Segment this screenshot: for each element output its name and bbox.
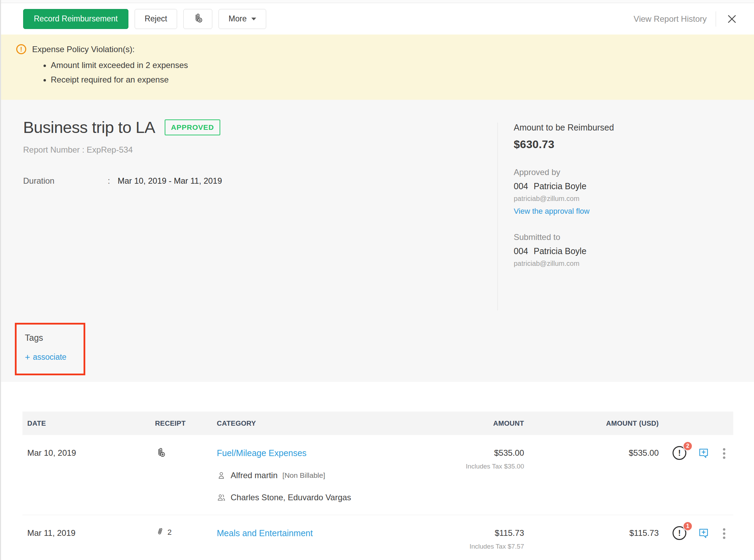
view-report-history-link[interactable]: View Report History [634, 14, 707, 24]
people-icon [217, 493, 226, 502]
attendee-row: Alfred martin [Non Billable] [217, 471, 405, 480]
approved-by-name: 004Patricia Boyle [514, 181, 754, 191]
reimbursement-amount: $630.73 [514, 138, 754, 151]
expense-amount: $115.73 [405, 528, 524, 538]
paperclip-plus-icon [192, 12, 203, 26]
attendee-billable-tag: [Non Billable] [282, 471, 325, 480]
record-reimbursement-button[interactable]: Record Reimbursement [23, 9, 128, 29]
plus-icon: + [25, 352, 30, 363]
tax-note: Includes Tax $7.57 [405, 543, 524, 550]
person-icon [217, 471, 226, 480]
duration-colon: : [108, 176, 110, 186]
category-cell: Fuel/Mileage Expenses Alfred martin [Non… [212, 448, 405, 502]
associate-tag-link[interactable]: + associate [25, 352, 77, 363]
record-reimbursement-label: Record Reimbursement [34, 14, 118, 23]
expense-date: Mar 11, 2019 [22, 528, 155, 538]
violation-count-badge: 2 [683, 441, 693, 451]
violation-warning-icon[interactable]: ! 1 [673, 526, 686, 540]
receipt-cell [155, 447, 212, 459]
duration-row: Duration : Mar 10, 2019 - Mar 11, 2019 [23, 176, 222, 186]
comment-plus-icon [697, 527, 710, 539]
expense-category-link[interactable]: Fuel/Mileage Expenses [217, 448, 307, 458]
table-row: Mar 11, 2019 2 Meals and Entertainment $… [22, 515, 733, 560]
receipt-cell: 2 [155, 527, 212, 538]
column-header-category: CATEGORY [212, 419, 405, 427]
row-actions: ! 2 [659, 446, 733, 461]
attach-receipt-button[interactable] [183, 9, 212, 29]
reject-button[interactable]: Reject [135, 9, 177, 29]
violation-count-badge: 1 [683, 521, 693, 531]
comment-plus-icon [697, 447, 710, 459]
approved-by-email: patriciab@zillum.com [514, 195, 754, 203]
more-label: More [229, 14, 246, 23]
toolbar-right-group: View Report History [634, 11, 739, 27]
row-actions: ! 1 [659, 526, 733, 541]
report-detail-left: Business trip to LA APPROVED Report Numb… [23, 118, 222, 186]
attendees-group-row: Charles Stone, Eduvardo Vargas [217, 493, 405, 502]
expense-category-link[interactable]: Meals and Entertainment [217, 528, 313, 538]
expense-amount: $535.00 [405, 448, 524, 458]
report-detail-section: Business trip to LA APPROVED Report Numb… [1, 100, 754, 382]
expense-amount-usd: $115.73 [524, 528, 659, 538]
window-top-edge [1, 0, 754, 3]
column-header-receipt: RECEIPT [155, 419, 212, 427]
violation-warning-icon[interactable]: ! 2 [673, 446, 686, 460]
approved-by-id: 004 [514, 181, 528, 191]
reject-label: Reject [145, 14, 167, 23]
column-header-amount-usd: AMOUNT (USD) [524, 419, 659, 427]
column-header-amount: AMOUNT [405, 419, 524, 427]
reimbursement-summary-panel: Amount to be Reimbursed $630.73 Approved… [497, 123, 754, 310]
kebab-icon [723, 528, 725, 531]
submitted-to-name: 004Patricia Boyle [514, 246, 754, 256]
violation-list: Amount limit exceeded in 2 expenses Rece… [41, 60, 740, 85]
expense-report-view: Record Reimbursement Reject More View Re… [0, 0, 754, 560]
view-approval-flow-link[interactable]: View the approval flow [514, 207, 590, 216]
row-menu-button[interactable] [721, 447, 727, 460]
banner-heading: ! Expense Policy Violation(s): [16, 44, 740, 54]
approved-by-label: Approved by [514, 167, 754, 177]
close-icon [726, 13, 738, 25]
submitted-to-label: Submitted to [514, 232, 754, 242]
attendee-name: Alfred martin [231, 471, 278, 480]
chevron-down-icon [251, 18, 256, 20]
tags-highlight-box: Tags + associate [15, 323, 85, 375]
tags-label: Tags [25, 333, 77, 343]
expense-table: DATE RECEIPT CATEGORY AMOUNT AMOUNT (USD… [1, 382, 754, 560]
submitted-to-id: 004 [514, 246, 528, 256]
category-cell: Meals and Entertainment [212, 528, 405, 538]
associate-label: associate [33, 353, 66, 362]
table-header-row: DATE RECEIPT CATEGORY AMOUNT AMOUNT (USD… [22, 412, 733, 435]
table-row: Mar 10, 2019 Fuel/Mileage Expenses [22, 435, 733, 515]
duration-label: Duration [23, 176, 108, 186]
more-button[interactable]: More [219, 9, 266, 29]
submitted-to-email: patriciab@zillum.com [514, 260, 754, 268]
submitted-to-fullname: Patricia Boyle [534, 246, 587, 256]
warning-icon: ! [16, 44, 26, 54]
policy-violation-banner: ! Expense Policy Violation(s): Amount li… [1, 35, 754, 100]
banner-title: Expense Policy Violation(s): [32, 45, 135, 54]
report-title: Business trip to LA [23, 118, 155, 137]
violation-item: Amount limit exceeded in 2 expenses [51, 60, 740, 70]
status-badge: APPROVED [165, 119, 220, 135]
paperclip-icon[interactable] [155, 527, 165, 538]
paperclip-plus-icon[interactable] [155, 447, 166, 459]
tax-note: Includes Tax $35.00 [405, 463, 524, 470]
kebab-icon [723, 448, 725, 451]
expense-date: Mar 10, 2019 [22, 448, 155, 458]
close-button[interactable] [725, 12, 739, 26]
attendees-group-names: Charles Stone, Eduvardo Vargas [231, 493, 351, 502]
amount-cell: $115.73 Includes Tax $7.57 [405, 528, 524, 550]
amount-cell: $535.00 Includes Tax $35.00 [405, 448, 524, 470]
reimbursement-amount-label: Amount to be Reimbursed [514, 123, 754, 133]
add-comment-button[interactable] [697, 447, 710, 461]
toolbar: Record Reimbursement Reject More View Re… [1, 3, 754, 35]
add-comment-button[interactable] [697, 527, 710, 541]
expense-amount-usd: $535.00 [524, 448, 659, 458]
approved-by-fullname: Patricia Boyle [534, 181, 587, 191]
report-number: Report Number : ExpRep-534 [23, 145, 222, 155]
toolbar-divider [716, 11, 716, 27]
row-menu-button[interactable] [721, 527, 727, 540]
duration-value: Mar 10, 2019 - Mar 11, 2019 [118, 176, 222, 186]
violation-item: Receipt required for an expense [51, 75, 740, 85]
receipt-count: 2 [167, 528, 172, 537]
